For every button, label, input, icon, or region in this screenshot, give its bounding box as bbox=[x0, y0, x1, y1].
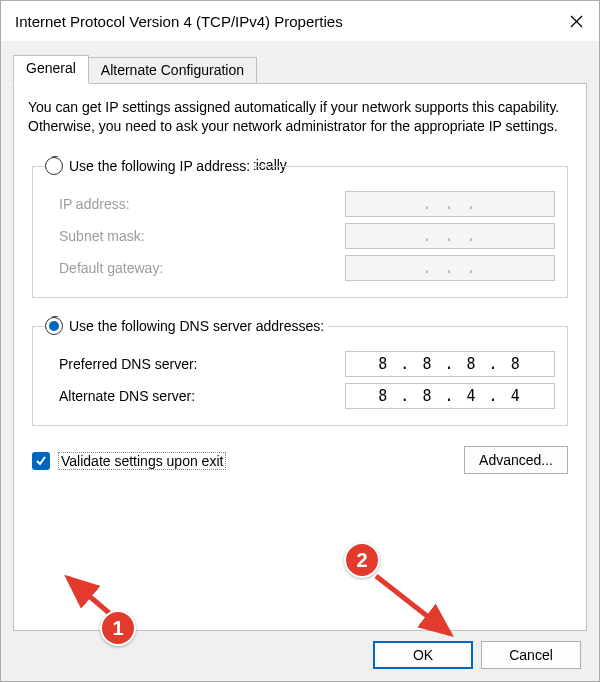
input-default-gateway[interactable]: . . . bbox=[345, 255, 555, 281]
input-preferred-dns[interactable]: 8 . 8 . 8 . 8 bbox=[345, 351, 555, 377]
input-subnet-mask[interactable]: . . . bbox=[345, 223, 555, 249]
close-icon bbox=[570, 15, 583, 28]
titlebar: Internet Protocol Version 4 (TCP/IPv4) P… bbox=[1, 1, 599, 41]
radio-icon bbox=[45, 317, 63, 335]
dialog-footer: OK Cancel bbox=[13, 631, 587, 669]
annotation-badge-2: 2 bbox=[344, 542, 380, 578]
advanced-button[interactable]: Advanced... bbox=[464, 446, 568, 474]
radio-icon bbox=[45, 157, 63, 175]
tab-strip: General Alternate Configuration bbox=[13, 55, 587, 83]
annotation-arrow-2 bbox=[370, 570, 470, 654]
radio-ip-manual[interactable]: Use the following IP address: bbox=[45, 157, 254, 175]
tab-alternate[interactable]: Alternate Configuration bbox=[89, 57, 257, 83]
annotation-badge-1: 1 bbox=[100, 610, 136, 646]
window-title: Internet Protocol Version 4 (TCP/IPv4) P… bbox=[15, 13, 553, 30]
description-text: You can get IP settings assigned automat… bbox=[28, 98, 572, 136]
row-default-gateway: Default gateway: . . . bbox=[59, 255, 555, 281]
row-subnet-mask: Subnet mask: . . . bbox=[59, 223, 555, 249]
row-preferred-dns: Preferred DNS server: 8 . 8 . 8 . 8 bbox=[59, 351, 555, 377]
input-ip-address[interactable]: . . . bbox=[345, 191, 555, 217]
radio-dns-manual-label: Use the following DNS server addresses: bbox=[69, 318, 324, 334]
label-preferred-dns: Preferred DNS server: bbox=[59, 356, 345, 372]
row-ip-address: IP address: . . . bbox=[59, 191, 555, 217]
row-advanced: Advanced... bbox=[28, 446, 568, 474]
input-alternate-dns[interactable]: 8 . 8 . 4 . 4 bbox=[345, 383, 555, 409]
radio-ip-manual-label: Use the following IP address: bbox=[69, 158, 250, 174]
tab-panel-general: You can get IP settings assigned automat… bbox=[13, 83, 587, 631]
cancel-button[interactable]: Cancel bbox=[481, 641, 581, 669]
row-alternate-dns: Alternate DNS server: 8 . 8 . 4 . 4 bbox=[59, 383, 555, 409]
label-alternate-dns: Alternate DNS server: bbox=[59, 388, 345, 404]
label-default-gateway: Default gateway: bbox=[59, 260, 345, 276]
label-ip-address: IP address: bbox=[59, 196, 345, 212]
close-button[interactable] bbox=[553, 1, 599, 41]
label-subnet-mask: Subnet mask: bbox=[59, 228, 345, 244]
tab-general[interactable]: General bbox=[13, 55, 89, 84]
group-ip: Use the following IP address: IP address… bbox=[32, 166, 568, 298]
group-dns: Use the following DNS server addresses: … bbox=[32, 326, 568, 426]
radio-dns-manual[interactable]: Use the following DNS server addresses: bbox=[45, 317, 328, 335]
svg-line-5 bbox=[376, 576, 450, 634]
